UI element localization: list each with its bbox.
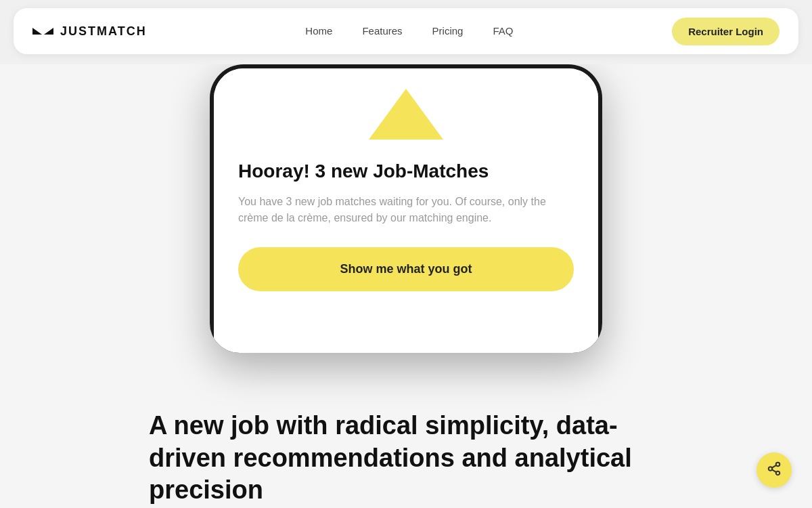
share-icon (767, 461, 782, 480)
recruiter-login-button[interactable]: Recruiter Login (672, 18, 780, 45)
navbar: JUSTMATCH Home Features Pricing FAQ Recr… (14, 8, 798, 54)
phone-cta-button[interactable]: Show me what you got (238, 247, 574, 291)
notification-triangle-icon (369, 89, 443, 140)
phone-screen: Hooray! 3 new Job-Matches You have 3 new… (214, 68, 598, 353)
phone-card: Hooray! 3 new Job-Matches You have 3 new… (214, 146, 598, 313)
floating-share-button[interactable] (757, 452, 792, 488)
nav-link-faq[interactable]: FAQ (493, 25, 513, 37)
nav-item-features[interactable]: Features (362, 25, 402, 37)
phone-card-title: Hooray! 3 new Job-Matches (238, 160, 574, 183)
phone-card-description: You have 3 new job matches waiting for y… (238, 194, 574, 228)
section-heading: A new job with radical simplicity, data-… (149, 410, 663, 507)
nav-link-features[interactable]: Features (362, 25, 402, 37)
svg-line-4 (772, 465, 776, 467)
nav-item-home[interactable]: Home (305, 25, 332, 37)
navbar-links: Home Features Pricing FAQ (305, 25, 513, 37)
nav-item-pricing[interactable]: Pricing (432, 25, 464, 37)
notification-area (214, 68, 598, 146)
nav-link-home[interactable]: Home (305, 25, 332, 37)
svg-line-3 (772, 469, 776, 472)
phone-wrapper: Hooray! 3 new Job-Matches You have 3 new… (200, 64, 612, 353)
nav-item-faq[interactable]: FAQ (493, 25, 513, 37)
logo-icon (32, 28, 53, 35)
section-text: A new job with radical simplicity, data-… (149, 410, 663, 508)
main-content: Hooray! 3 new Job-Matches You have 3 new… (0, 64, 812, 508)
logo-wing-left (32, 28, 42, 35)
logo[interactable]: JUSTMATCH (32, 24, 147, 39)
logo-text: JUSTMATCH (60, 24, 147, 39)
logo-wing-right (44, 28, 53, 35)
nav-link-pricing[interactable]: Pricing (432, 25, 464, 37)
phone-mockup: Hooray! 3 new Job-Matches You have 3 new… (210, 64, 602, 353)
